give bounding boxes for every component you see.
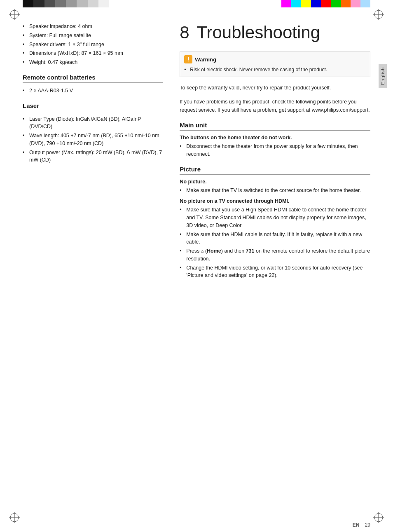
reg-mark-tr <box>372 8 385 21</box>
swatch <box>291 0 301 7</box>
swatch <box>98 0 109 7</box>
reg-mark-bl <box>8 511 21 524</box>
reg-mark-br <box>372 511 385 524</box>
list-item: Disconnect the home theater from the pow… <box>180 143 370 158</box>
swatch <box>311 0 321 7</box>
buttons-list: Disconnect the home theater from the pow… <box>180 143 370 158</box>
list-item: Make sure that the HDMI cable is not fau… <box>180 231 370 246</box>
no-picture-sub-heading: No picture. <box>180 179 370 185</box>
warning-content: Risk of electric shock. Never remove the… <box>184 66 366 73</box>
page-number: 29 <box>365 522 370 528</box>
swatch <box>23 0 33 7</box>
color-bar-left <box>23 0 109 7</box>
list-item: 2 × AAA-R03-1.5 V <box>23 87 163 95</box>
list-item: Laser Type (Diode): InGaN/AlGaN (BD), Al… <box>23 115 163 131</box>
chapter-number: 8 <box>180 23 189 42</box>
swatch <box>77 0 87 7</box>
swatch <box>88 0 98 7</box>
no-picture-list: Make sure that the TV is switched to the… <box>180 187 370 195</box>
reg-mark-tl <box>8 8 21 21</box>
list-item: Change the HDMI video setting, or wait f… <box>180 264 370 280</box>
chapter-title: Troubleshooting <box>196 23 320 42</box>
list-item: Make sure that the TV is switched to the… <box>180 187 370 195</box>
remote-heading: Remote control batteries <box>23 74 163 83</box>
list-item: Speaker impedance: 4 ohm <box>23 23 163 30</box>
warning-icon: ! <box>184 55 192 63</box>
page-content: Speaker impedance: 4 ohm System: Full ra… <box>23 23 370 516</box>
warning-label: Warning <box>195 56 216 63</box>
list-item: Make sure that you use a High Speed HDMI… <box>180 206 370 229</box>
main-unit-heading: Main unit <box>180 122 370 131</box>
color-bar-right <box>281 0 370 7</box>
home-icon: ⌂ <box>201 248 204 253</box>
list-item: Weight: 0.47 kg/each <box>23 59 163 66</box>
footer-language: EN <box>353 522 360 528</box>
intro-para-1: To keep the warranty valid, never try to… <box>180 84 370 92</box>
swatch <box>321 0 331 7</box>
swatch <box>351 0 360 7</box>
laser-heading: Laser <box>23 102 163 111</box>
english-tab: English <box>379 64 387 88</box>
speaker-spec-list: Speaker impedance: 4 ohm System: Full ra… <box>23 23 163 66</box>
right-column: English 8 Troubleshooting ! Warning Risk… <box>175 23 370 516</box>
left-column: Speaker impedance: 4 ohm System: Full ra… <box>23 23 175 516</box>
list-item: Risk of electric shock. Never remove the… <box>184 66 366 73</box>
swatch <box>360 0 370 7</box>
remote-spec-list: 2 × AAA-R03-1.5 V <box>23 87 163 95</box>
buttons-sub-heading: The buttons on the home theater do not w… <box>180 135 370 141</box>
list-item: System: Full range satellite <box>23 32 163 40</box>
swatch <box>331 0 341 7</box>
chapter-header: 8 Troubleshooting <box>180 23 370 42</box>
warning-header: ! Warning <box>184 55 366 63</box>
hdmi-sub-heading: No picture on a TV connected through HDM… <box>180 198 370 204</box>
picture-heading: Picture <box>180 166 370 175</box>
swatch <box>341 0 351 7</box>
swatch <box>301 0 311 7</box>
hdmi-list: Make sure that you use a High Speed HDMI… <box>180 206 370 279</box>
list-item: Speaker drivers: 1 × 3" full range <box>23 41 163 49</box>
swatch <box>55 0 66 7</box>
swatch <box>66 0 77 7</box>
swatch <box>281 0 291 7</box>
laser-spec-list: Laser Type (Diode): InGaN/AlGaN (BD), Al… <box>23 115 163 164</box>
swatch <box>44 0 55 7</box>
list-item: Wave length: 405 +7 nm/-7 nm (BD), 655 +… <box>23 132 163 148</box>
intro-para-2: If you have problems using this product,… <box>180 98 370 114</box>
list-item: Dimensions (WxHxD): 87 × 161 × 95 mm <box>23 49 163 57</box>
page-footer: EN 29 <box>353 522 370 528</box>
list-item: Press ⌂ (Home) and then 731 on the remot… <box>180 247 370 263</box>
swatch <box>33 0 44 7</box>
warning-box: ! Warning Risk of electric shock. Never … <box>180 52 370 77</box>
list-item: Output power (Max. ratings): 20 mW (BD),… <box>23 149 163 164</box>
